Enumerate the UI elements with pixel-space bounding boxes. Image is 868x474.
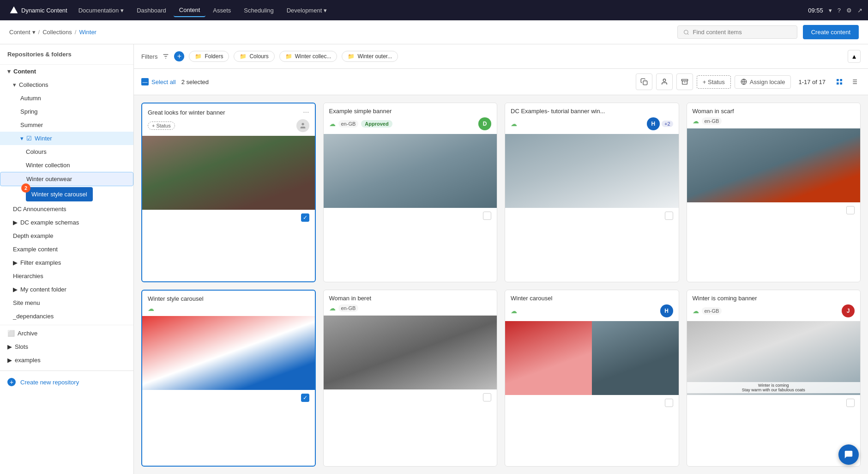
card-2-approved-badge: Approved xyxy=(361,120,392,128)
select-all-button[interactable]: — Select all xyxy=(141,78,176,85)
content-card-6[interactable]: Woman in beret ☁ en-GB xyxy=(323,290,498,467)
sidebar: Repositories & folders ▾ Content ▾ Colle… xyxy=(0,44,134,474)
card-1-footer: ✓ xyxy=(142,210,315,225)
add-folder-filter-button[interactable]: + xyxy=(174,51,184,61)
sidebar-item-example-content[interactable]: Example content xyxy=(0,243,133,256)
sidebar-item-site-menu[interactable]: Site menu xyxy=(0,296,133,310)
card-5-meta: ☁ xyxy=(142,305,315,316)
nav-assets[interactable]: Assets xyxy=(207,4,236,17)
card-7-checkbox[interactable] xyxy=(665,399,673,407)
assign-locale-button[interactable]: Assign locale xyxy=(735,75,791,89)
card-1-menu-button[interactable]: ··· xyxy=(303,108,309,116)
content-card-8[interactable]: Winter is coming banner ☁ en-GB J Winter… xyxy=(687,290,861,467)
sidebar-item-hierarchies[interactable]: Hierarchies xyxy=(0,269,133,283)
sidebar-item-archive[interactable]: ⬜ Archive xyxy=(0,325,133,340)
sidebar-item-depth-example[interactable]: Depth example xyxy=(0,229,133,243)
nav-dashboard[interactable]: Dashboard xyxy=(131,4,172,17)
nav-content[interactable]: Content xyxy=(174,4,206,17)
sidebar-item-dc-example-schemas[interactable]: ▶ DC example schemas xyxy=(0,216,133,229)
card-7-image-split xyxy=(505,321,679,395)
folder-icon: 📁 xyxy=(348,53,355,60)
clock-display: 09:55 xyxy=(808,7,823,14)
chevron-right-icon: ▶ xyxy=(13,259,18,266)
create-content-button[interactable]: Create content xyxy=(803,25,859,39)
content-breadcrumb[interactable]: Content ▾ xyxy=(9,29,36,36)
card-5-image xyxy=(142,316,315,390)
export-icon[interactable]: ↗ xyxy=(857,7,862,14)
copy-button[interactable] xyxy=(636,73,652,90)
breadcrumb-actions: Create content xyxy=(677,25,859,39)
nav-documentation[interactable]: Documentation ▾ xyxy=(73,4,129,17)
content-card-2[interactable]: Example simple banner ☁ en-GB Approved D xyxy=(323,103,498,282)
status-filter-button[interactable]: + Status xyxy=(697,75,731,89)
card-2-checkbox[interactable] xyxy=(483,212,491,220)
main-layout: Repositories & folders ▾ Content ▾ Colle… xyxy=(0,44,868,474)
collections-breadcrumb[interactable]: Collections xyxy=(42,29,72,36)
user-avatar-icon xyxy=(299,122,307,129)
search-input[interactable] xyxy=(693,29,791,36)
folder-tooltip-area: 2 Winter style carousel xyxy=(26,187,133,201)
card-1-header: Great looks for winter banner ··· xyxy=(142,103,315,119)
card-7-cloud-icon: ☁ xyxy=(511,307,517,315)
svg-rect-14 xyxy=(837,82,839,85)
sidebar-item-filter-examples[interactable]: ▶ Filter examples xyxy=(0,256,133,269)
card-4-locale: en-GB xyxy=(702,117,722,125)
card-2-meta: ☁ en-GB Approved D xyxy=(324,117,497,134)
sidebar-item-colours[interactable]: Colours xyxy=(0,145,133,158)
chat-button[interactable] xyxy=(838,444,859,465)
svg-rect-12 xyxy=(837,79,839,81)
card-5-checkbox[interactable]: ✓ xyxy=(301,394,309,402)
assign-user-button[interactable] xyxy=(656,73,673,90)
card-8-checkbox[interactable] xyxy=(846,399,855,407)
search-box[interactable] xyxy=(677,25,797,39)
sidebar-item-winter-outerwear[interactable]: Winter outerwear xyxy=(0,172,133,186)
card-4-checkbox[interactable] xyxy=(846,206,855,214)
sidebar-item-content[interactable]: ▾ Content xyxy=(0,65,133,78)
sidebar-item-my-content-folder[interactable]: ▶ My content folder xyxy=(0,283,133,296)
settings-icon[interactable]: ⚙ xyxy=(846,7,852,14)
sidebar-item-examples[interactable]: ▶ examples xyxy=(0,353,133,367)
card-1-image xyxy=(142,136,315,210)
folder-icon: 📁 xyxy=(285,53,292,60)
clock-dropdown-icon[interactable]: ▾ xyxy=(829,7,832,14)
nav-development[interactable]: Development ▾ xyxy=(281,4,333,17)
card-7-image-right xyxy=(592,321,679,395)
sidebar-item-autumn[interactable]: Autumn xyxy=(0,91,133,105)
sidebar-item-summer[interactable]: Summer xyxy=(0,118,133,132)
grid-view-button[interactable] xyxy=(833,75,846,88)
sidebar-item-winter-collection[interactable]: Winter collection xyxy=(0,158,133,172)
list-view-button[interactable] xyxy=(848,75,861,88)
app-logo[interactable]: Dynamic Content xyxy=(6,6,71,15)
card-8-cloud-icon: ☁ xyxy=(693,307,699,315)
content-card-4[interactable]: Woman in scarf ☁ en-GB xyxy=(687,103,861,282)
content-card-1[interactable]: Great looks for winter banner ··· + Stat… xyxy=(141,103,316,282)
content-card-5[interactable]: Winter style carousel ☁ ✓ xyxy=(141,290,316,467)
sidebar-item-spring[interactable]: Spring xyxy=(0,105,133,118)
winter-collection-filter-tag[interactable]: 📁 Winter collec... xyxy=(279,51,338,62)
archive-selected-button[interactable] xyxy=(676,73,693,90)
sidebar-item-dependancies[interactable]: _dependancies xyxy=(0,310,133,323)
sidebar-item-slots[interactable]: ▶ Slots xyxy=(0,340,133,353)
nav-scheduling[interactable]: Scheduling xyxy=(238,4,279,17)
colours-filter-tag[interactable]: 📁 Colours xyxy=(234,51,274,62)
sidebar-item-collections[interactable]: ▾ Collections xyxy=(0,78,133,91)
card-1-checkbox[interactable]: ✓ xyxy=(301,213,309,222)
card-3-checkbox[interactable] xyxy=(665,212,673,220)
help-icon[interactable]: ? xyxy=(838,7,841,14)
folder-filter-tag[interactable]: 📁 Folders xyxy=(189,51,229,62)
card-1-status-button[interactable]: + Status xyxy=(148,122,175,130)
winter-outer-filter-tag[interactable]: 📁 Winter outer... xyxy=(342,51,398,62)
create-new-repository-button[interactable]: + Create new repository xyxy=(0,375,133,389)
select-all-checkbox[interactable]: — xyxy=(141,78,149,85)
winter-breadcrumb[interactable]: Winter xyxy=(79,29,96,36)
nav-right: 09:55 ▾ ? ⚙ ↗ xyxy=(808,7,862,14)
chevron-down-icon: ▾ xyxy=(20,135,24,142)
sidebar-item-dc-announcements[interactable]: DC Announcements xyxy=(0,202,133,216)
sidebar-item-winter[interactable]: ▾ ☑ Winter xyxy=(0,132,133,145)
content-card-3[interactable]: DC Examples- tutorial banner win... ☁ H … xyxy=(505,103,679,282)
collapse-panel-button[interactable]: ▲ xyxy=(848,50,861,63)
card-2-image xyxy=(324,134,497,208)
card-6-checkbox[interactable] xyxy=(483,393,491,401)
content-card-7[interactable]: Winter carousel ☁ H xyxy=(505,290,679,467)
svg-point-7 xyxy=(663,79,665,81)
